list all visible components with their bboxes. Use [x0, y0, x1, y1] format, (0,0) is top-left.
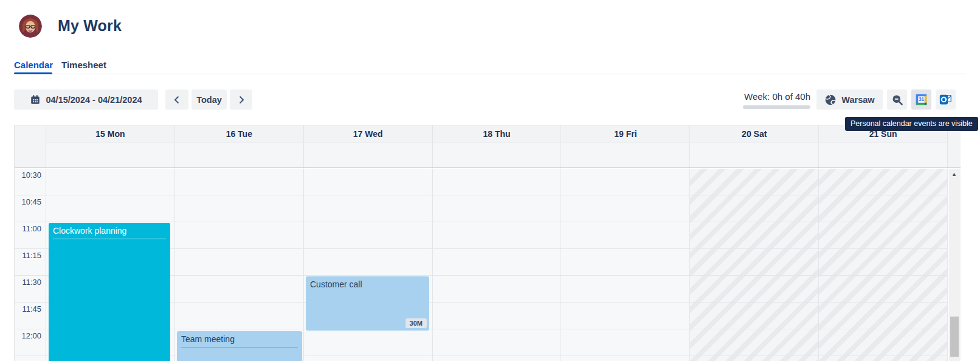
- day-column-fri[interactable]: [561, 169, 689, 361]
- outlook-icon: [939, 93, 952, 106]
- week-summary-label: Week: 0h of 40h: [705, 91, 810, 102]
- event-customer-call[interactable]: Customer call 30M: [306, 276, 429, 331]
- day-header-thu: 18 Thu: [432, 125, 561, 167]
- allday-cell[interactable]: [304, 142, 432, 167]
- page-title: My Work: [58, 17, 122, 35]
- chevron-right-icon: [236, 94, 247, 105]
- event-duration-badge: 30M: [405, 318, 427, 328]
- time-label: 12:00: [21, 331, 41, 340]
- next-week-button[interactable]: [230, 89, 252, 110]
- day-header-label: 17 Wed: [304, 125, 432, 142]
- triangle-up-icon[interactable]: ▲: [948, 171, 961, 177]
- globe-icon: [824, 94, 837, 106]
- day-header-tue: 16 Tue: [174, 125, 303, 167]
- avatar[interactable]: [19, 15, 42, 38]
- header-filler-cell: [947, 125, 961, 167]
- time-gutter: 10:30 10:45 11:00 11:15 11:30 11:45 12:0…: [15, 169, 46, 361]
- date-range-button[interactable]: 04/15/2024 - 04/21/2024: [14, 89, 158, 110]
- day-header-label: 20 Sat: [690, 125, 818, 142]
- grid-corner-cell: [15, 125, 46, 167]
- avatar-image: [19, 15, 42, 38]
- allday-cell[interactable]: [561, 142, 689, 167]
- day-header-fri: 19 Fri: [561, 125, 689, 167]
- today-button[interactable]: Today: [192, 89, 227, 110]
- day-header-label: 16 Tue: [175, 125, 303, 142]
- allday-cell[interactable]: [433, 142, 561, 167]
- event-team-meeting[interactable]: Team meeting: [177, 331, 302, 361]
- previous-week-button[interactable]: [165, 89, 188, 110]
- day-header-label: 15 Mon: [46, 125, 174, 142]
- week-progress: Week: 0h of 40h: [705, 91, 810, 109]
- allday-cell[interactable]: [690, 142, 818, 167]
- time-label: 11:30: [22, 278, 41, 287]
- day-header-wed: 17 Wed: [303, 125, 432, 167]
- time-label: 11:15: [22, 251, 41, 260]
- day-column-sun[interactable]: [818, 169, 947, 361]
- time-label: 11:45: [22, 304, 41, 314]
- allday-cell[interactable]: [46, 142, 174, 167]
- day-header-label: 18 Thu: [433, 125, 561, 142]
- event-title: Customer call: [310, 279, 425, 292]
- vertical-scrollbar[interactable]: ▲: [947, 169, 961, 361]
- active-tab-indicator: [14, 72, 52, 74]
- timezone-button[interactable]: Warsaw: [816, 89, 883, 110]
- event-title: Team meeting: [181, 334, 298, 348]
- day-header-label: 19 Fri: [561, 125, 689, 142]
- timezone-label: Warsaw: [841, 95, 874, 105]
- day-header-sat: 20 Sat: [689, 125, 818, 167]
- day-column-thu[interactable]: [432, 169, 561, 361]
- tabs-divider: [14, 74, 966, 74]
- zoom-out-button[interactable]: [887, 89, 907, 110]
- tab-calendar[interactable]: Calendar: [14, 60, 53, 70]
- outlook-toggle-button[interactable]: [936, 89, 956, 110]
- day-column-sat[interactable]: [689, 169, 818, 361]
- calendar-header-row: 15 Mon 16 Tue 17 Wed 18 Thu 19 Fri 20 Sa…: [15, 125, 961, 168]
- today-label: Today: [196, 95, 222, 105]
- allday-cell[interactable]: [175, 142, 303, 167]
- time-label: 10:45: [21, 197, 41, 206]
- google-calendar-toggle-button[interactable]: 31: [911, 89, 931, 110]
- day-column-wed[interactable]: [303, 169, 432, 361]
- calendar-grid: 15 Mon 16 Tue 17 Wed 18 Thu 19 Fri 20 Sa…: [14, 125, 961, 361]
- day-header-mon: 15 Mon: [46, 125, 174, 167]
- time-label: 11:00: [22, 224, 41, 233]
- my-work-page: My Work Calendar Timesheet 04/15/2024 - …: [0, 0, 980, 361]
- tab-timesheet[interactable]: Timesheet: [61, 60, 106, 70]
- calendar-icon: [30, 94, 41, 105]
- chevron-left-icon: [171, 94, 182, 105]
- svg-text:31: 31: [919, 96, 925, 102]
- personal-events-tooltip: Personal calendar events are visible: [845, 117, 978, 131]
- week-progress-bar: [743, 105, 810, 109]
- event-clockwork-planning[interactable]: Clockwork planning: [49, 223, 170, 361]
- day-header-sun: 21 Sun: [818, 125, 947, 167]
- event-title: Clockwork planning: [53, 226, 166, 239]
- google-calendar-icon: 31: [915, 93, 928, 106]
- date-range-label: 04/15/2024 - 04/21/2024: [46, 95, 142, 105]
- magnifier-minus-icon: [891, 94, 903, 106]
- time-label: 10:30: [21, 170, 41, 180]
- allday-cell[interactable]: [819, 142, 947, 167]
- scrollbar-thumb[interactable]: [950, 317, 959, 357]
